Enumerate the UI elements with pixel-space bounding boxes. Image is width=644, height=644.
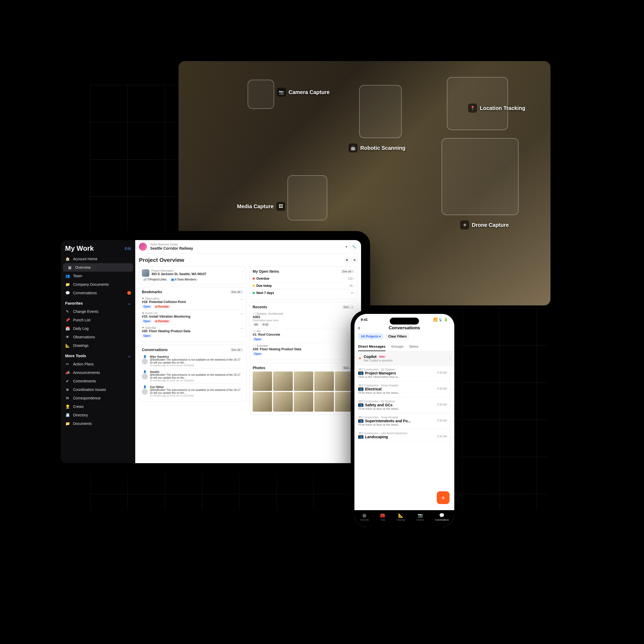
- photo-thumb[interactable]: [273, 372, 292, 391]
- phone-title: Conversations: [389, 325, 420, 331]
- bottom-nav-conversations[interactable]: 💬Conversations: [435, 513, 449, 521]
- open-items-row[interactable]: Next 7 days3 ›: [253, 289, 355, 296]
- settings-icon[interactable]: ⚙: [344, 257, 350, 263]
- conversation-item[interactable]: 👤Mike Hawkins@BobBuilder The subcontract…: [142, 353, 243, 368]
- nav-icon: ✎: [65, 309, 70, 314]
- filter-icon[interactable]: ⇅: [352, 257, 357, 263]
- photo-thumb[interactable]: [253, 372, 272, 391]
- dropdown-icon[interactable]: ▾: [346, 245, 347, 249]
- annotation-robotic-scanning: 🤖 Robotic Scanning: [349, 143, 406, 152]
- recent-item[interactable]: 📄 Drawing · ArchitecturalA001Description…: [253, 311, 355, 328]
- drone-icon: ✈: [460, 220, 469, 229]
- favorites-section[interactable]: Favorites⌄: [61, 297, 135, 307]
- see-all-bookmarks[interactable]: See all ›: [230, 290, 243, 294]
- nav-label: Overview: [75, 265, 91, 270]
- photo-thumb[interactable]: [273, 392, 292, 411]
- photo-thumb[interactable]: [294, 392, 313, 411]
- chip-clear-filters[interactable]: Clear Filters: [386, 333, 409, 340]
- see-all-open-items[interactable]: See all ›: [341, 269, 355, 274]
- conversation-item[interactable]: 👤Zuri Millar@BobBuilder The subcontracto…: [142, 383, 243, 399]
- back-button[interactable]: ‹: [358, 325, 360, 331]
- chevron-right-icon: ›: [242, 269, 243, 277]
- sidebar-item-daily-log[interactable]: 📅Daily Log: [61, 324, 135, 333]
- recent-item[interactable]: 📄 RFI#1: Roof ConcreteOpen: [253, 328, 355, 343]
- nav-label: Change Events: [73, 309, 99, 314]
- sidebar-item-coordination-issues[interactable]: ⊕Coordination Issues: [61, 385, 135, 394]
- project-name: Seattle Corridor Railway: [150, 246, 193, 250]
- bottom-nav-drawings[interactable]: 📐Drawings: [397, 513, 405, 521]
- bookmark-item[interactable]: ⚑ Submittal#20: Floor Heating Product Da…: [142, 325, 243, 339]
- tab-dm[interactable]: Direct Messages: [358, 342, 386, 351]
- sidebar-item-announcements[interactable]: 📣Announcements: [61, 368, 135, 377]
- bookmark-item[interactable]: ⚑ Observation#18: Potential Collision Po…: [142, 296, 243, 310]
- photo-thumb[interactable]: [253, 392, 272, 411]
- bottom-nav-overview[interactable]: ▦Overview: [360, 513, 369, 521]
- chip-all-projects[interactable]: All Projects ▾: [358, 333, 384, 340]
- tab-items[interactable]: Items: [410, 342, 419, 351]
- photo-thumb[interactable]: [314, 372, 334, 391]
- photo-thumb[interactable]: [294, 372, 313, 391]
- nav-label: Observations: [73, 335, 95, 339]
- nav-label: Drawings: [73, 343, 88, 348]
- status-icons: 📶 📡 🔋: [433, 318, 448, 322]
- sidebar-item-company-documents[interactable]: 📁Company Documents: [61, 280, 135, 289]
- avatar: [142, 389, 148, 395]
- recent-item[interactable]: 📄 Submittal#20: Floor Heating Product Da…: [253, 343, 355, 357]
- dm-item[interactable]: JMJ Construction · Q2 Stadium👥Safety and…: [355, 397, 454, 413]
- bottom-nav-camera[interactable]: 📷Camera: [416, 513, 424, 521]
- nav-label: Punch List: [73, 318, 90, 322]
- dm-item[interactable]: JMJ Construction · Texas Hospital👥Superi…: [355, 413, 454, 429]
- sidebar-item-documents[interactable]: 📁Documents: [61, 419, 135, 428]
- project-header[interactable]: Vertex Business Center Seattle Corridor …: [135, 240, 361, 254]
- sidebar-item-crews[interactable]: 👷Crews: [61, 402, 135, 411]
- see-all-recents[interactable]: See... ›: [342, 305, 355, 309]
- more-icon[interactable]: ⋯: [240, 297, 243, 308]
- nav-label: Correspondence: [73, 396, 101, 400]
- nav-icon: 👁: [65, 335, 70, 339]
- sidebar: My Work Edit 🏠Account Home▦Overview👥Team…: [61, 240, 135, 463]
- new-conversation-fab[interactable]: +: [437, 491, 450, 504]
- open-items-row[interactable]: Overdue120 ›: [253, 275, 355, 282]
- edit-button[interactable]: Edit: [125, 246, 131, 251]
- sidebar-item-team[interactable]: 👥Team: [61, 272, 135, 280]
- phone-frame: 9:41 📶 📡 🔋 ‹ Conversations All Projects …: [351, 310, 458, 531]
- search-button[interactable]: 🔍: [351, 243, 357, 250]
- group-icon: 👥: [358, 387, 364, 391]
- group-icon: 👥: [358, 419, 364, 423]
- project-info-card[interactable]: Project Information 303 S Jackson St, Se…: [139, 266, 246, 284]
- nav-label: Crews: [73, 404, 84, 409]
- sidebar-item-conversations[interactable]: 💬Conversations: [61, 289, 135, 297]
- nav-icon: 📷: [418, 513, 423, 518]
- sidebar-item-action-plans[interactable]: ✂Action Plans: [61, 360, 135, 368]
- sidebar-item-change-events[interactable]: ✎Change Events: [61, 307, 135, 316]
- more-icon[interactable]: ⋯: [240, 326, 243, 338]
- dm-item[interactable]: JMJ Construction · LAX Airport Expansion…: [355, 429, 454, 442]
- sidebar-item-observations[interactable]: 👁Observations: [61, 333, 135, 341]
- photo-thumb[interactable]: [314, 392, 334, 411]
- sidebar-item-punch-list[interactable]: 📌Punch List: [61, 316, 135, 324]
- sidebar-item-overview[interactable]: ▦Overview: [63, 263, 133, 272]
- conversation-item[interactable]: 👤Swathi@BobBuilder The subcontractor is …: [142, 368, 243, 383]
- copilot-row[interactable]: ✦ Copilot Beta Ask Copilot a question ›: [355, 351, 454, 365]
- sidebar-item-correspondence[interactable]: ✉Correspondence: [61, 394, 135, 402]
- open-items-row[interactable]: Due today35 ›: [253, 282, 355, 289]
- nav-label: Documents: [73, 421, 92, 426]
- nav-label: Coordination Issues: [73, 387, 106, 392]
- see-all-conversations[interactable]: See all ›: [230, 348, 243, 352]
- nav-icon: 📐: [65, 343, 70, 348]
- sidebar-item-directory[interactable]: 📇Directory: [61, 411, 135, 419]
- tab-groups[interactable]: Groups: [391, 342, 404, 351]
- sidebar-item-drawings[interactable]: 📐Drawings: [61, 341, 135, 350]
- bookmark-item[interactable]: ⚑ Punch List#15: Install Vibration Monit…: [142, 310, 243, 325]
- more-icon[interactable]: ⋯: [240, 312, 243, 323]
- more-tools-section[interactable]: More Tools⌄: [61, 350, 135, 360]
- sidebar-item-commitments[interactable]: ✔Commitments: [61, 377, 135, 385]
- dm-item[interactable]: JMJ Construction · Texas Hospital👥Electr…: [355, 381, 454, 397]
- dm-item[interactable]: JMJ Construction · Q2 Stadium👥Project Ma…: [355, 365, 454, 381]
- bottom-nav-tools[interactable]: 🧰Tools: [380, 513, 385, 521]
- sidebar-item-account-home[interactable]: 🏠Account Home: [61, 255, 135, 263]
- annotation-media-capture: 🖼 Media Capture: [237, 202, 285, 211]
- nav-label: Commitments: [73, 379, 96, 383]
- chevron-right-icon: ›: [450, 372, 451, 376]
- nav-icon: 🧰: [380, 513, 385, 518]
